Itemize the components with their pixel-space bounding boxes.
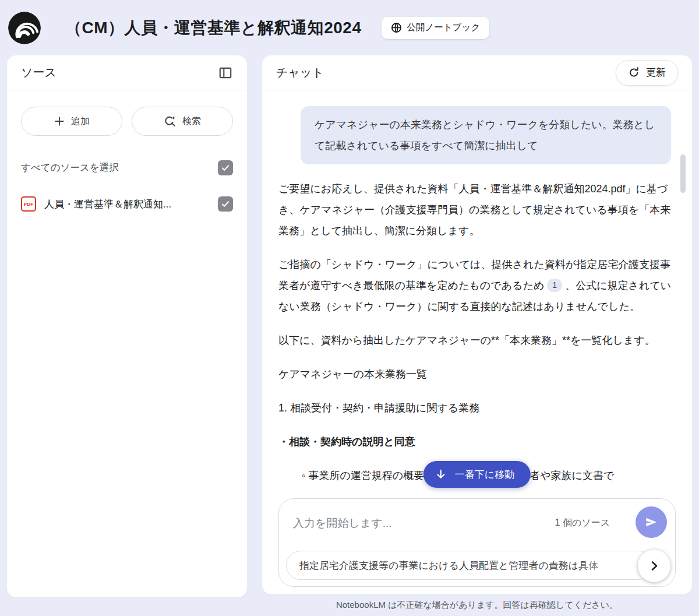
source-name: 人員・運営基準＆解釈通知... (44, 198, 210, 211)
assistant-message: ご要望にお応えし、提供された資料「人員・運営基準＆解釈通知2024.pdf」に基… (278, 178, 676, 486)
check-icon (220, 199, 231, 209)
select-all-row[interactable]: すべてのソースを選択 (21, 160, 233, 175)
response-bullet: ・相談・契約時の説明と同意 (278, 431, 676, 452)
public-notebook-badge: 公開ノートブック (382, 17, 490, 39)
search-sources-button[interactable]: 検索 (132, 107, 233, 136)
refresh-button[interactable]: 更新 (616, 60, 678, 86)
app-header: （CM）人員・運営基準と解釈通知2024 公開ノートブック (0, 0, 699, 55)
split-panel-icon (218, 65, 233, 80)
notebooklm-logo[interactable] (8, 12, 41, 44)
add-source-label: 追加 (71, 115, 90, 128)
select-all-checkbox[interactable] (218, 160, 233, 175)
search-sources-label: 検索 (182, 115, 201, 128)
response-paragraph: ご要望にお応えし、提供された資料「人員・運営基準＆解釈通知2024.pdf」に基… (278, 178, 676, 241)
suggested-question-chip[interactable]: 指定居宅介護支援等の事業における人員配置と管理者の責務は具体 (286, 551, 653, 580)
pdf-icon: PDF (21, 196, 36, 212)
chat-panel: チャット 更新 ケアマネジャーの本来業務とシャドウ・ワークを分類したい。業務とし… (262, 55, 692, 594)
response-paragraph: ご指摘の「シャドウ・ワーク」については、提供された資料が指定居宅介護支援事業者が… (278, 254, 676, 317)
collapse-panel-button[interactable] (218, 65, 233, 80)
plus-icon (54, 115, 65, 127)
refresh-label: 更新 (646, 66, 666, 79)
chevron-right-icon (647, 559, 661, 573)
arrow-down-icon (435, 469, 447, 480)
chat-input-container: 1 個のソース 指定居宅介護支援等の事業における人員配置と管理者の責務は具体 (278, 498, 676, 587)
disclaimer-text: NotebookLM は不正確な場合があります。回答は再確認してください。 (262, 600, 692, 611)
source-count-label: 1 個のソース (555, 517, 610, 529)
scroll-to-bottom-button[interactable]: 一番下に移動 (423, 461, 531, 488)
send-button[interactable] (636, 506, 667, 538)
sources-panel: ソース 追加 検索 すべてのソースを選択 (7, 55, 247, 597)
scroll-to-bottom-label: 一番下に移動 (455, 468, 514, 481)
chat-title: チャット (276, 65, 324, 80)
chat-header: チャット 更新 (262, 55, 692, 90)
response-section-heading: 1. 相談受付・契約・申請援助に関する業務 (278, 397, 676, 418)
chat-input[interactable] (293, 499, 543, 548)
citation-chip[interactable]: 1 (547, 279, 562, 292)
send-icon (644, 515, 659, 530)
user-message: ケアマネジャーの本来業務とシャドウ・ワークを分類したい。業務として記載されている… (301, 106, 671, 164)
refresh-icon (628, 66, 640, 79)
globe-icon (391, 22, 402, 33)
chat-scrollbar[interactable] (680, 154, 686, 193)
source-list-item[interactable]: PDF 人員・運営基準＆解釈通知... (21, 196, 233, 212)
sources-header: ソース (7, 55, 247, 90)
pdf-icon-label: PDF (24, 202, 34, 207)
sparkle-search-icon (164, 115, 176, 128)
suggested-question-text: 指定居宅介護支援等の事業における人員配置と管理者の責務は具体 (299, 559, 598, 572)
public-badge-label: 公開ノートブック (407, 22, 481, 34)
source-actions: 追加 検索 (7, 90, 247, 136)
page-title: （CM）人員・運営基準と解釈通知2024 (65, 17, 362, 39)
response-paragraph: 以下に、資料から抽出したケアマネジャーの**「本来業務」**を一覧化します。 (278, 330, 676, 351)
source-checkbox[interactable] (218, 196, 233, 212)
next-suggestion-button[interactable] (638, 550, 670, 582)
sources-title: ソース (21, 65, 57, 80)
response-list-title: ケアマネジャーの本来業務一覧 (278, 364, 676, 385)
check-icon (220, 163, 231, 173)
add-source-button[interactable]: 追加 (21, 107, 122, 136)
select-all-label: すべてのソースを選択 (21, 161, 119, 174)
